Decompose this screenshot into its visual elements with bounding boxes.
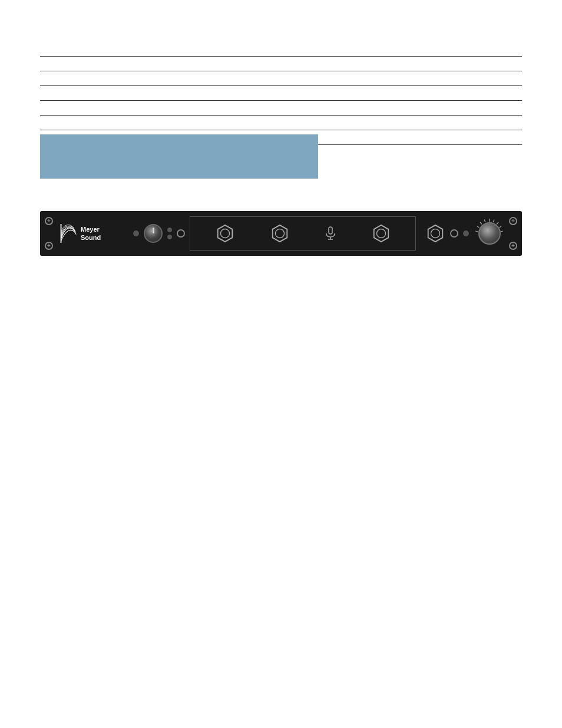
- svg-marker-1: [217, 225, 232, 242]
- xlr-input-2: [270, 223, 290, 243]
- xlr-hex-icon-output: [425, 223, 445, 244]
- volume-section: [474, 218, 505, 249]
- horizontal-line-1: [40, 56, 522, 57]
- svg-marker-8: [373, 225, 388, 242]
- svg-line-20: [475, 231, 478, 232]
- indicator-dot-output: [463, 230, 469, 236]
- horizontal-line-6: [40, 130, 522, 130]
- blue-highlight-region: [40, 134, 318, 179]
- mic-symbol-icon: [325, 226, 336, 241]
- xlr-output: [425, 223, 445, 243]
- led-indicator-1: [177, 229, 185, 238]
- small-dot-bottom: [167, 235, 172, 239]
- horizontal-line-4: [40, 100, 522, 101]
- horizontal-line-3: [40, 85, 522, 86]
- svg-point-2: [220, 229, 229, 238]
- input-section: [190, 216, 416, 251]
- horizontal-line-2: [40, 71, 522, 71]
- mount-hole-top-left: [45, 217, 53, 225]
- logo-section: Meyer Sound: [45, 217, 127, 250]
- lines-section: [40, 56, 522, 145]
- meyer-sound-logo: Meyer Sound: [59, 224, 101, 243]
- brand-line1: Meyer: [81, 225, 101, 233]
- horizontal-line-5: [40, 115, 522, 116]
- svg-line-19: [477, 226, 480, 228]
- svg-line-14: [497, 222, 498, 225]
- svg-line-13: [493, 220, 494, 223]
- brand-name: Meyer Sound: [81, 225, 101, 242]
- xlr-hex-icon-3: [371, 223, 391, 244]
- brand-line2: Sound: [81, 233, 101, 242]
- volume-knob[interactable]: [478, 222, 501, 245]
- logo-waves-icon: [59, 224, 78, 243]
- output-section: [425, 223, 469, 243]
- svg-point-4: [275, 229, 284, 238]
- mount-hole-top-right: [509, 217, 517, 225]
- mount-hole-bottom-left: [45, 242, 53, 250]
- small-dot-top: [167, 228, 172, 232]
- svg-rect-5: [329, 227, 332, 234]
- mount-hole-bottom-right: [509, 242, 517, 250]
- right-mount-holes: [509, 217, 517, 250]
- volume-knob-wrapper: [474, 218, 505, 249]
- indicator-dot-1: [133, 230, 139, 236]
- svg-line-18: [480, 222, 482, 225]
- dot-pair-1: [167, 228, 172, 239]
- svg-point-11: [431, 229, 439, 238]
- svg-line-17: [484, 220, 485, 223]
- xlr-hex-icon-1: [215, 223, 235, 244]
- led-indicator-output: [450, 229, 458, 238]
- xlr-hex-icon-2: [270, 223, 290, 244]
- svg-marker-3: [272, 225, 287, 242]
- svg-marker-10: [428, 225, 443, 242]
- svg-line-16: [501, 231, 504, 232]
- device-panel: Meyer Sound: [40, 211, 522, 256]
- xlr-input-1: [215, 223, 235, 243]
- left-mount-holes: [45, 217, 53, 250]
- controls-left: [133, 224, 185, 243]
- svg-line-15: [500, 226, 502, 228]
- input-knob[interactable]: [144, 224, 163, 243]
- svg-point-9: [376, 229, 385, 238]
- xlr-input-3: [371, 223, 391, 243]
